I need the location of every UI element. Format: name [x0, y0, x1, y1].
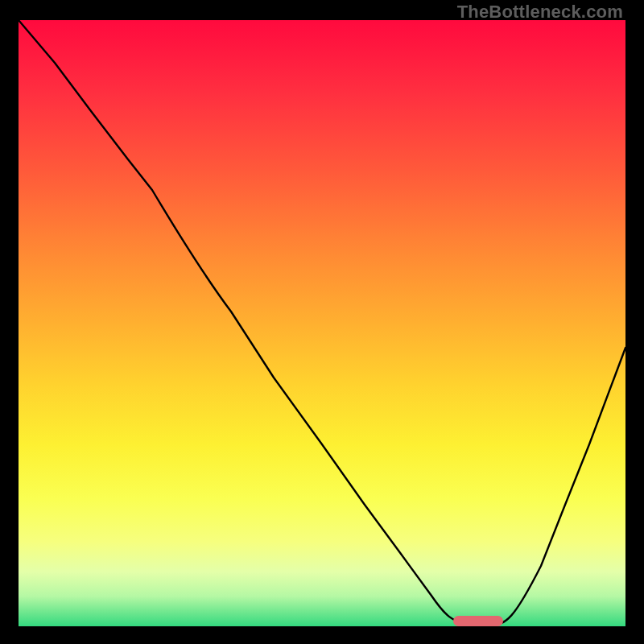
- plot-area: [19, 20, 625, 626]
- optimal-range-marker: [453, 616, 503, 626]
- watermark-text: TheBottleneck.com: [457, 2, 623, 23]
- chart-svg: [19, 20, 625, 626]
- bottleneck-curve: [19, 20, 625, 625]
- chart-frame: TheBottleneck.com: [0, 0, 644, 644]
